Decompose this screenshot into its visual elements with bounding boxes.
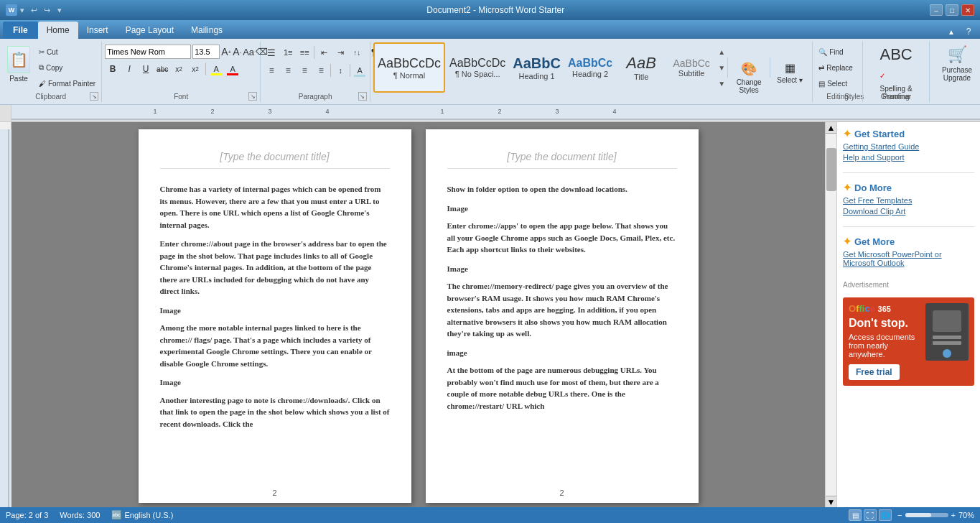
change-styles-button[interactable]: 🎨 Change Styles <box>731 60 767 75</box>
purchase-upgrade-button[interactable]: 🛒 Purchase Upgrade <box>933 45 980 59</box>
style-h2[interactable]: AaBbCc Heading 2 <box>565 42 615 93</box>
page-1-title[interactable]: [Type the document title] <box>160 151 390 169</box>
paste-icon: 📋 <box>7 46 30 73</box>
style-h1[interactable]: AaBbC Heading 1 <box>510 42 564 93</box>
ruler-corner <box>0 105 11 122</box>
style-subtitle[interactable]: AaBbCc Subtitle <box>667 42 716 93</box>
multilevel-btn[interactable]: ≡≡ <box>297 45 312 60</box>
svg-rect-14 <box>933 335 961 339</box>
copy-button[interactable]: ⧉ Copy <box>36 60 98 75</box>
help-btn[interactable]: ? <box>961 24 976 39</box>
svg-text:2: 2 <box>498 108 501 115</box>
svg-rect-15 <box>933 341 961 345</box>
font-size-input[interactable] <box>192 45 220 59</box>
format-painter-button[interactable]: 🖌 Format Painter <box>36 76 98 91</box>
bold-button[interactable]: B <box>105 61 121 77</box>
superscript-button[interactable]: x2 <box>187 61 203 77</box>
underline-button[interactable]: U <box>138 61 154 77</box>
file-tab[interactable]: File <box>3 22 38 39</box>
page-2-para-4[interactable]: At the bottom of the page are numerous d… <box>447 364 677 412</box>
print-layout-btn[interactable]: ▤ <box>849 509 862 521</box>
panel-divider-2 <box>843 226 974 227</box>
zoom-slider[interactable] <box>905 513 948 517</box>
scroll-down-btn[interactable]: ▼ <box>826 496 836 507</box>
scroll-track <box>826 134 836 496</box>
strikethrough-button[interactable]: abc <box>154 61 170 77</box>
sort-btn[interactable]: ↑↓ <box>349 45 365 60</box>
restore-button[interactable]: □ <box>946 4 958 16</box>
spelling-button[interactable]: ABC✓ Spelling & Grammar <box>866 45 926 59</box>
get-powerpoint-link[interactable]: Get Microsoft PowerPoint or Microsoft Ou… <box>843 250 974 267</box>
styles-scroll-down[interactable]: ▼ <box>716 60 727 75</box>
style-h1-label: Heading 1 <box>519 72 555 80</box>
styles-scroll-more[interactable]: ▼ <box>716 75 727 91</box>
style-nospacing[interactable]: AaBbCcDc ¶ No Spaci... <box>447 42 508 93</box>
font-family-input[interactable] <box>105 45 191 59</box>
zoom-out-btn[interactable]: − <box>897 511 902 519</box>
mailings-tab[interactable]: Mailings <box>182 22 231 39</box>
page-1-number: 2 <box>139 489 411 497</box>
getting-started-guide-link[interactable]: Getting Started Guide <box>843 142 974 151</box>
page-1-para-1[interactable]: Chrome has a variety of internal pages w… <box>160 183 390 231</box>
style-normal[interactable]: AaBbCcDc ¶ Normal <box>373 42 445 93</box>
ad-cta-button[interactable]: Free trial <box>849 364 900 380</box>
zoom-control[interactable]: − + 70% <box>897 511 974 519</box>
page-2-para-1[interactable]: Show in folder option to open the downlo… <box>447 183 677 195</box>
subscript-button[interactable]: x2 <box>171 61 187 77</box>
font-size-increase-btn[interactable]: A+ <box>221 45 231 59</box>
document-area[interactable]: [Type the document title] Chrome has a v… <box>11 122 825 507</box>
replace-button[interactable]: ⇄ Replace <box>816 60 856 75</box>
page-layout-tab[interactable]: Page Layout <box>117 22 182 39</box>
page-1-para-4[interactable]: Another interesting page to note is chro… <box>160 394 390 430</box>
find-button[interactable]: 🔍 Find <box>816 45 856 59</box>
style-title[interactable]: AaB Title <box>617 42 666 93</box>
page-2-title[interactable]: [Type the document title] <box>447 151 677 169</box>
highlight-color-btn[interactable]: A <box>208 61 224 77</box>
logo-c: c <box>864 303 869 314</box>
help-support-link[interactable]: Help and Support <box>843 153 974 162</box>
zoom-in-btn[interactable]: + <box>951 511 956 519</box>
increase-indent-btn[interactable]: ⇥ <box>332 45 348 60</box>
align-center-btn[interactable]: ≡ <box>280 63 296 78</box>
web-layout-btn[interactable]: 🌐 <box>879 509 892 521</box>
font-size-decrease-btn[interactable]: A- <box>233 45 241 59</box>
panel-get-more: ✦ Get More Get Microsoft PowerPoint or M… <box>843 236 974 269</box>
svg-rect-10 <box>0 129 11 507</box>
italic-button[interactable]: I <box>121 61 137 77</box>
justify-btn[interactable]: ≡ <box>313 63 329 78</box>
scroll-thumb[interactable] <box>826 148 836 191</box>
page-2-para-3[interactable]: The chrome://memory-redirect/ page gives… <box>447 280 677 340</box>
numbering-btn[interactable]: 1≡ <box>280 45 296 60</box>
cut-button[interactable]: ✂ Cut <box>36 45 98 59</box>
title-bar: W ▾ ↩ ↪ ▾ Document2 - Microsoft Word Sta… <box>0 0 980 20</box>
select-button[interactable]: ▦ Select ▾ <box>772 60 808 75</box>
page-1-para-3[interactable]: Among the more notable internal pages li… <box>160 322 390 369</box>
select-all-button[interactable]: ▤ Select <box>816 76 856 91</box>
font-color-btn[interactable]: A <box>225 61 241 77</box>
align-right-btn[interactable]: ≡ <box>297 63 312 78</box>
line-spacing-btn[interactable]: ↕ <box>332 63 348 78</box>
font-expand-btn[interactable]: ↘ <box>248 92 257 101</box>
scroll-up-btn[interactable]: ▲ <box>826 122 836 134</box>
insert-tab[interactable]: Insert <box>78 22 117 39</box>
minimize-button[interactable]: – <box>930 4 943 16</box>
page-2-para-2[interactable]: Enter chrome://apps' to open the app pag… <box>447 220 677 256</box>
decrease-indent-btn[interactable]: ⇤ <box>316 45 332 60</box>
full-screen-btn[interactable]: ⛶ <box>864 509 877 521</box>
paste-button[interactable]: 📋 Paste <box>3 45 34 84</box>
align-left-btn[interactable]: ≡ <box>263 63 279 78</box>
paragraph-expand-btn[interactable]: ↘ <box>358 92 367 101</box>
styles-scroll-up[interactable]: ▲ <box>716 44 727 60</box>
get-free-templates-link[interactable]: Get Free Templates <box>843 196 974 205</box>
home-tab[interactable]: Home <box>38 22 78 39</box>
close-button[interactable]: ✕ <box>961 4 974 16</box>
change-case-btn[interactable]: Aa <box>243 45 254 59</box>
vertical-scrollbar[interactable]: ▲ ▼ <box>825 122 836 507</box>
ribbon-collapse-btn[interactable]: ▲ <box>944 24 958 39</box>
clipboard-expand-btn[interactable]: ↘ <box>90 92 98 101</box>
bullets-btn[interactable]: ☰ <box>263 45 279 60</box>
shading-btn[interactable]: A <box>352 63 368 78</box>
page-1-para-2[interactable]: Enter chrome://about page in the browser… <box>160 238 390 297</box>
para-row2: ≡ ≡ ≡ ≡ ↕ A ⊞ <box>263 63 384 78</box>
download-clip-art-link[interactable]: Download Clip Art <box>843 207 974 216</box>
